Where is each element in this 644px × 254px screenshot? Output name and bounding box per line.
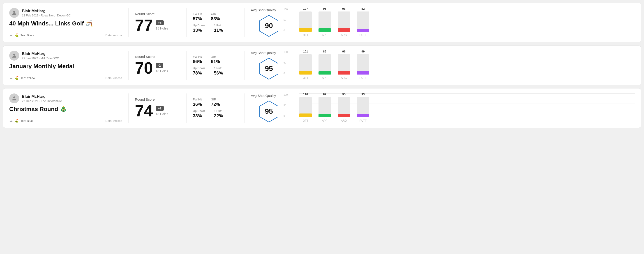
divider-2 — [186, 8, 186, 37]
badge-pill: +2 — [156, 106, 164, 111]
gir-label: GIR — [211, 98, 220, 101]
oneputt-value: 22% — [214, 113, 223, 119]
svg-point-1 — [13, 54, 15, 56]
stats-row-top: FW Hit 86% GIR 61% — [193, 55, 238, 64]
stat-gir: GIR 72% — [211, 98, 220, 107]
stat-fw-hit: FW Hit 57% — [193, 12, 202, 21]
gir-value: 83% — [211, 16, 220, 21]
score-section: Round Score 70 -2 18 Holes — [135, 51, 180, 80]
bar-background — [357, 54, 369, 75]
bar-background — [299, 54, 312, 75]
score-badge: -2 18 Holes — [156, 63, 168, 73]
oneputt-label: 1 Putt — [214, 109, 223, 113]
bar-column: 95 APP — [318, 11, 331, 32]
bar-column: 87 APP — [318, 97, 331, 117]
stat-gir: GIR 61% — [211, 55, 220, 64]
round-title: 40 Mph Winds... Links Golf 🪃 — [9, 20, 122, 27]
bar-background — [318, 97, 331, 117]
bottom-meta: ☁ ⛳ Tee: Yellow Data: Arccos — [9, 76, 122, 80]
updown-value: 78% — [193, 70, 205, 76]
score-badge: +5 18 Holes — [156, 20, 168, 30]
score-badge: +2 18 Holes — [156, 106, 168, 116]
user-info: Blair McHarg 12 Feb 2022 · Royal North D… — [9, 8, 122, 18]
user-name: Blair McHarg — [22, 52, 59, 56]
bar-column: 93 PUTT — [357, 97, 369, 117]
updown-label: Up/Down — [193, 24, 205, 27]
round-card[interactable]: Blair McHarg 27 Dec 2021 · The Oxfordshi… — [3, 88, 641, 128]
tee-info: ☁ ⛳ Tee: Blue — [9, 119, 33, 123]
score-label: Round Score — [135, 12, 180, 16]
quality-label: Avg Shot Quality — [251, 51, 276, 55]
divider — [128, 8, 128, 37]
quality-section: Avg Shot Quality 90 — [251, 8, 287, 37]
stats-row-bottom: Up/Down 33% 1 Putt 11% — [193, 24, 238, 33]
bar-column: 95 ARG — [338, 97, 350, 117]
fw-hit-label: FW Hit — [193, 98, 202, 101]
divider-2 — [186, 94, 186, 123]
bar-background — [357, 97, 369, 117]
bar-background — [318, 54, 331, 75]
bottom-meta: ☁ ⛳ Tee: Black Data: Arccos — [9, 33, 122, 37]
weather-icon: ☁ — [9, 76, 13, 80]
updown-label: Up/Down — [193, 109, 205, 113]
chart-section: 100 50 0 101 OTT 86 APP 96 ARG 99 — [287, 51, 635, 80]
chart-section: 100 50 0 110 OTT 87 APP 95 ARG 93 — [287, 94, 635, 123]
avatar — [9, 51, 19, 61]
weather-icon: ☁ — [9, 119, 13, 123]
badge-pill: -2 — [156, 63, 163, 68]
hexagon-container: 90 — [258, 15, 280, 37]
data-source: Data: Arccos — [105, 76, 122, 80]
round-title: Christmas Round 🎄 — [9, 106, 122, 113]
stat-gir: GIR 83% — [211, 12, 220, 21]
quality-section: Avg Shot Quality 95 — [251, 51, 287, 80]
user-info: Blair McHarg 27 Dec 2021 · The Oxfordshi… — [9, 94, 122, 103]
score-number: 77 — [135, 17, 153, 33]
round-title: January Monthly Medal — [9, 63, 122, 70]
hex-score: 95 — [265, 64, 273, 73]
bar-column: 98 ARG — [338, 11, 350, 32]
divider-3 — [244, 94, 244, 123]
updown-value: 33% — [193, 28, 205, 33]
stats-row-top: FW Hit 36% GIR 72% — [193, 98, 238, 107]
hex-score: 90 — [265, 22, 273, 30]
holes-text: 18 Holes — [156, 69, 168, 73]
fw-hit-label: FW Hit — [193, 55, 202, 58]
user-name: Blair McHarg — [22, 94, 62, 99]
fw-hit-label: FW Hit — [193, 12, 202, 15]
fw-hit-value: 86% — [193, 59, 202, 64]
weather-icon: ☁ — [9, 33, 13, 37]
tee-info: ☁ ⛳ Tee: Yellow — [9, 76, 35, 80]
avatar — [9, 94, 19, 103]
user-date: 29 Jan 2022 · Mill Ride GCC — [22, 57, 59, 60]
score-row: 77 +5 18 Holes — [135, 17, 180, 33]
avatar — [9, 8, 19, 18]
divider-2 — [186, 51, 186, 80]
data-source: Data: Arccos — [105, 33, 122, 37]
stats-section: FW Hit 36% GIR 72% Up/Down 33% 1 Putt 22… — [193, 94, 238, 123]
tee-label: Tee: Black — [20, 33, 34, 37]
bar-background — [338, 97, 350, 117]
bar-column: 110 OTT — [299, 97, 312, 117]
stat-updown: Up/Down 78% — [193, 66, 205, 76]
bar-column: 96 ARG — [338, 54, 350, 75]
bottom-meta: ☁ ⛳ Tee: Blue Data: Arccos — [9, 119, 122, 123]
left-section: Blair McHarg 12 Feb 2022 · Royal North D… — [9, 8, 122, 37]
user-name: Blair McHarg — [22, 9, 71, 13]
user-date: 27 Dec 2021 · The Oxfordshire — [22, 99, 62, 103]
score-number: 70 — [135, 60, 153, 76]
bar-background — [338, 11, 350, 32]
score-number: 74 — [135, 103, 153, 119]
tee-label: Tee: Blue — [20, 119, 33, 123]
bar-background — [299, 11, 312, 32]
data-source: Data: Arccos — [105, 119, 122, 123]
round-card[interactable]: Blair McHarg 12 Feb 2022 · Royal North D… — [3, 3, 641, 42]
fw-hit-value: 57% — [193, 16, 202, 21]
stat-oneputt: 1 Putt 56% — [214, 66, 223, 76]
oneputt-label: 1 Putt — [214, 66, 223, 70]
score-row: 74 +2 18 Holes — [135, 103, 180, 119]
stat-oneputt: 1 Putt 22% — [214, 109, 223, 119]
bag-icon: ⛳ — [14, 76, 19, 80]
oneputt-label: 1 Putt — [214, 24, 223, 27]
stat-oneputt: 1 Putt 11% — [214, 24, 223, 33]
round-card[interactable]: Blair McHarg 29 Jan 2022 · Mill Ride GCC… — [3, 45, 641, 85]
